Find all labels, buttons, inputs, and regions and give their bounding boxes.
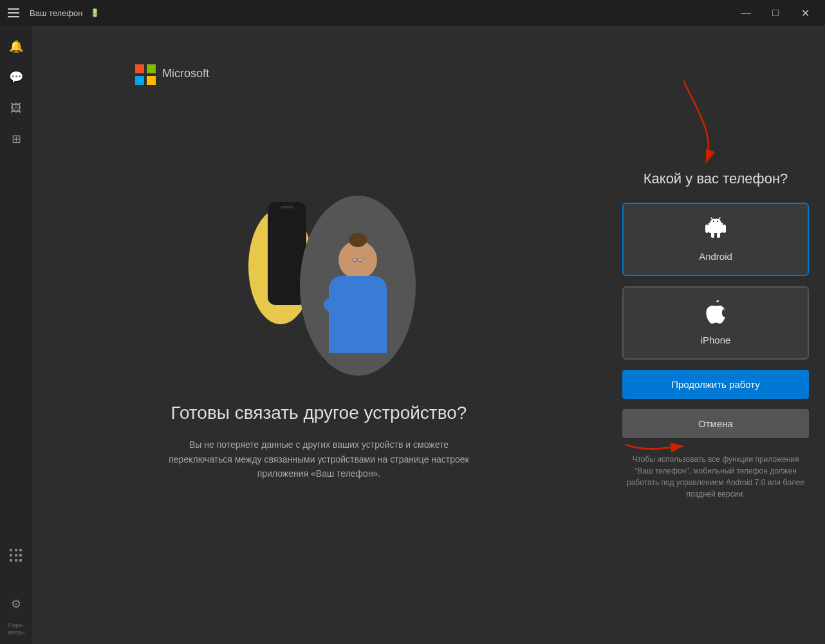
left-panel: Microsoft — [32, 26, 606, 644]
person-illustration — [300, 196, 416, 376]
android-icon — [704, 217, 727, 244]
right-panel: Какой у вас телефон? Android — [606, 26, 825, 644]
battery-icon: 🔋 — [90, 8, 100, 17]
iphone-label: iPhone — [701, 335, 731, 345]
titlebar-left: Ваш телефон 🔋 — [5, 6, 100, 20]
cancel-button[interactable]: Отмена — [622, 409, 809, 438]
iphone-option[interactable]: iPhone — [622, 286, 809, 360]
sidebar-item-photos[interactable]: 🖼 — [3, 95, 29, 121]
close-button[interactable]: ✕ — [790, 3, 820, 23]
ms-logo-green — [147, 64, 156, 73]
sidebar-item-notifications[interactable]: 🔔 — [3, 33, 29, 59]
sidebar-item-messages[interactable]: 💬 — [3, 64, 29, 90]
app-container: 🔔 💬 🖼 ⊞ ⚙ Пара-метры — [0, 26, 825, 644]
main-content: Microsoft — [32, 26, 825, 644]
titlebar: Ваш телефон 🔋 — □ ✕ — [0, 0, 825, 26]
sidebar: 🔔 💬 🖼 ⊞ ⚙ Пара-метры — [0, 26, 32, 644]
person-body — [316, 234, 400, 376]
app-title: Ваш телефон — [30, 8, 82, 18]
minimize-button[interactable]: — — [731, 3, 761, 23]
dots-grid — [10, 549, 23, 562]
settings-label: Пара-метры — [8, 622, 25, 636]
android-option[interactable]: Android — [622, 203, 809, 276]
footnote: Чтобы использовать все функции приложени… — [622, 454, 809, 500]
android-label: Android — [699, 251, 732, 262]
sidebar-item-settings[interactable]: ⚙ — [3, 591, 29, 617]
left-text: Готовы связать другое устройство? Вы не … — [158, 401, 480, 481]
maximize-button[interactable]: □ — [761, 3, 790, 23]
ms-logo-red — [135, 64, 144, 73]
ms-logo — [135, 64, 156, 85]
sidebar-item-dots[interactable] — [3, 542, 29, 568]
left-description: Вы не потеряете данные с других ваших ус… — [158, 437, 480, 481]
illustration — [210, 189, 429, 382]
continue-button[interactable]: Продолжить работу — [622, 370, 809, 399]
hamburger-icon[interactable] — [5, 6, 22, 20]
left-heading: Готовы связать другое устройство? — [158, 401, 480, 425]
sidebar-item-apps[interactable]: ⊞ — [3, 126, 29, 152]
ms-text: Microsoft — [162, 67, 209, 80]
titlebar-controls: — □ ✕ — [731, 3, 820, 23]
ms-logo-yellow — [147, 76, 156, 85]
person-head — [338, 241, 377, 279]
ms-logo-blue — [135, 76, 144, 85]
question-title: Какой у вас телефон? — [644, 170, 788, 187]
apple-icon — [705, 300, 726, 328]
